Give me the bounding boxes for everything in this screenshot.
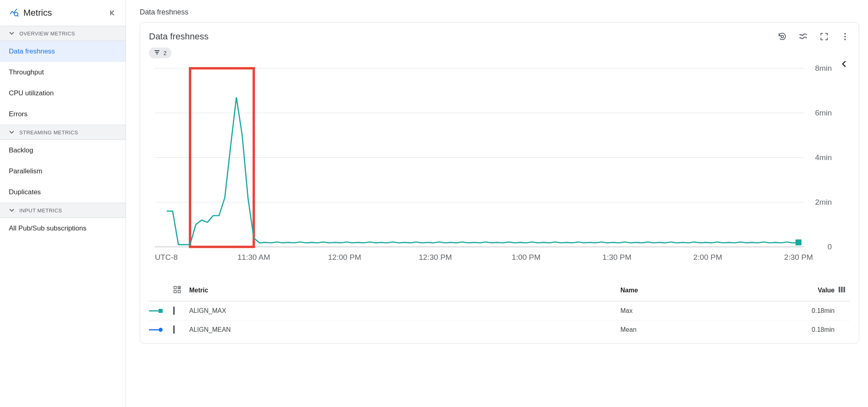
- col-name: Name: [620, 287, 773, 294]
- svg-text:12:00 PM: 12:00 PM: [328, 253, 361, 261]
- sidebar-item-parallelism[interactable]: Parallelism: [0, 161, 126, 182]
- value-label: 0.18min: [773, 326, 838, 333]
- svg-text:0: 0: [828, 243, 832, 251]
- name-label: Max: [620, 307, 773, 314]
- grid-view-icon[interactable]: [173, 286, 189, 295]
- section-header-input[interactable]: INPUT METRICS: [0, 203, 126, 218]
- table-row: ALIGN_MEAN Mean 0.18min: [149, 320, 850, 339]
- svg-text:12:30 PM: 12:30 PM: [419, 253, 452, 261]
- svg-rect-29: [174, 290, 176, 293]
- sidebar-header: Metrics: [0, 0, 126, 26]
- svg-text:UTC-8: UTC-8: [155, 253, 178, 261]
- metric-label: ALIGN_MEAN: [189, 326, 620, 333]
- col-value: Value: [773, 287, 838, 294]
- metrics-icon: [9, 7, 19, 18]
- svg-text:6min: 6min: [815, 109, 832, 117]
- row-checkbox[interactable]: [173, 306, 175, 315]
- chart-area[interactable]: 02min4min6min8minUTC-811:30 AM12:00 PM12…: [149, 62, 840, 277]
- section-label: INPUT METRICS: [19, 208, 62, 214]
- section-label: OVERVIEW METRICS: [19, 31, 75, 37]
- svg-rect-32: [841, 287, 843, 292]
- main-content: Data freshness Data freshness: [126, 0, 868, 407]
- value-label: 0.18min: [773, 307, 838, 314]
- svg-text:1:30 PM: 1:30 PM: [603, 253, 632, 261]
- page-heading: Data freshness: [126, 0, 868, 22]
- sidebar-item-data-freshness[interactable]: Data freshness: [0, 41, 126, 62]
- section-label: STREAMING METRICS: [19, 130, 78, 136]
- fullscreen-button[interactable]: [819, 32, 829, 41]
- row-checkbox[interactable]: [173, 325, 175, 334]
- svg-rect-26: [796, 239, 802, 245]
- svg-rect-35: [159, 309, 163, 313]
- svg-point-2: [781, 35, 783, 38]
- metric-label: ALIGN_MAX: [189, 307, 620, 314]
- section-header-streaming[interactable]: STREAMING METRICS: [0, 125, 126, 140]
- reset-zoom-button[interactable]: [777, 32, 787, 41]
- card-title: Data freshness: [149, 31, 209, 42]
- svg-text:11:30 AM: 11:30 AM: [238, 253, 270, 261]
- sidebar-item-backlog[interactable]: Backlog: [0, 140, 126, 161]
- svg-text:2:00 PM: 2:00 PM: [693, 253, 722, 261]
- chevron-down-icon: [9, 207, 15, 214]
- sidebar: Metrics OVERVIEW METRICS Data freshness …: [0, 0, 126, 407]
- svg-rect-30: [178, 290, 180, 293]
- filter-chip[interactable]: 2: [149, 47, 172, 58]
- legend-toggle-button[interactable]: [798, 32, 808, 41]
- line-chart[interactable]: 02min4min6min8minUTC-811:30 AM12:00 PM12…: [149, 62, 840, 277]
- sidebar-item-cpu-utilization[interactable]: CPU utilization: [0, 83, 126, 104]
- chart-card: Data freshness: [140, 22, 859, 343]
- svg-rect-27: [174, 286, 176, 289]
- svg-point-3: [844, 33, 846, 35]
- sidebar-item-duplicates[interactable]: Duplicates: [0, 182, 126, 203]
- col-metric: Metric: [189, 287, 620, 294]
- sidebar-title: Metrics: [23, 8, 52, 18]
- legend-glyph-max: [149, 308, 163, 314]
- collapse-sidebar-button[interactable]: [107, 8, 117, 18]
- collapse-chart-button[interactable]: [840, 60, 850, 70]
- metric-table: Metric Name Value ALIGN_MAX Max 0.18min: [149, 280, 850, 339]
- filter-icon: [154, 49, 160, 57]
- legend-glyph-mean: [149, 327, 163, 333]
- table-row: ALIGN_MAX Max 0.18min: [149, 301, 850, 320]
- svg-rect-31: [839, 287, 840, 292]
- name-label: Mean: [620, 326, 773, 333]
- sidebar-item-throughput[interactable]: Throughput: [0, 62, 126, 83]
- svg-text:8min: 8min: [815, 64, 832, 72]
- columns-icon[interactable]: [838, 286, 850, 295]
- svg-line-1: [17, 15, 19, 16]
- svg-text:4min: 4min: [815, 153, 832, 162]
- table-header: Metric Name Value: [149, 280, 850, 301]
- svg-text:2min: 2min: [815, 198, 832, 206]
- sidebar-item-errors[interactable]: Errors: [0, 104, 126, 125]
- svg-point-37: [159, 328, 163, 332]
- svg-rect-33: [843, 287, 845, 292]
- sidebar-item-pubsub-subscriptions[interactable]: All Pub/Sub subscriptions: [0, 218, 126, 239]
- more-options-button[interactable]: [840, 32, 850, 41]
- svg-text:1:00 PM: 1:00 PM: [512, 253, 541, 261]
- svg-point-4: [844, 36, 846, 37]
- section-header-overview[interactable]: OVERVIEW METRICS: [0, 26, 126, 41]
- filter-count: 2: [163, 50, 167, 56]
- svg-text:2:30 PM: 2:30 PM: [784, 253, 813, 261]
- chevron-down-icon: [9, 129, 15, 136]
- svg-point-5: [844, 39, 846, 40]
- chevron-down-icon: [9, 30, 15, 37]
